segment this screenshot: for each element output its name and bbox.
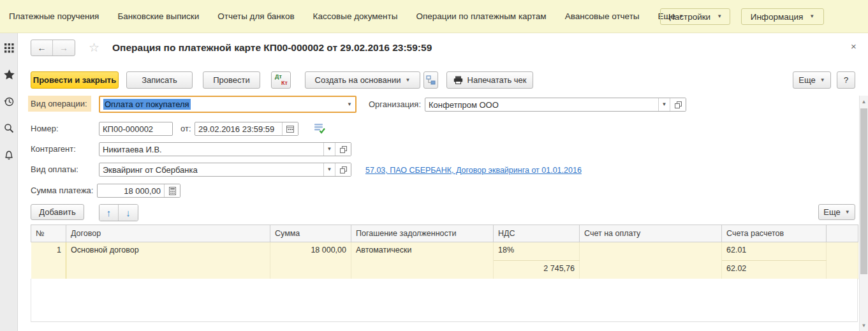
- menu-bank-reports[interactable]: Отчеты для банков: [217, 11, 294, 21]
- write-button[interactable]: Записать: [126, 71, 193, 89]
- cell-vat-amount[interactable]: 2 745,76: [494, 261, 580, 279]
- organization-label: Организация:: [369, 99, 421, 109]
- print-check-button[interactable]: Напечатать чек: [446, 71, 533, 89]
- open-form-icon: [340, 166, 347, 173]
- settings-button[interactable]: Настройки ▼: [660, 8, 730, 25]
- col-header-vat: НДС: [494, 225, 580, 242]
- post-button[interactable]: Провести: [203, 71, 260, 89]
- amount-value: 18 000,00: [98, 184, 164, 197]
- payment-kind-open-button[interactable]: [335, 163, 351, 176]
- history-icon[interactable]: [0, 94, 18, 108]
- counterparty-label: Контрагент:: [31, 144, 76, 154]
- payment-kind-field[interactable]: Эквайринг от Сбербанка ▼: [99, 163, 351, 177]
- menu-payment-orders[interactable]: Платежные поручения: [9, 11, 99, 21]
- favorites-icon[interactable]: [0, 68, 18, 82]
- posting-status-button[interactable]: [314, 123, 325, 136]
- forward-arrow-icon: →: [59, 43, 68, 53]
- vertical-scrollbar[interactable]: ▲ ▼: [859, 96, 868, 331]
- cell-repayment[interactable]: Автоматически: [351, 242, 494, 279]
- number-value: КП00-000002: [99, 122, 172, 135]
- organization-open-button[interactable]: [670, 98, 686, 111]
- payment-kind-dropdown-button[interactable]: ▼: [323, 163, 335, 176]
- table-empty-area[interactable]: [31, 279, 858, 322]
- cell-row-number[interactable]: 1: [31, 242, 66, 279]
- organization-value: Конфетпром ООО: [425, 98, 658, 111]
- cell-amount[interactable]: 18 000,00: [270, 242, 351, 279]
- cell-settlement-account-bottom[interactable]: 62.02: [722, 261, 827, 279]
- toolbar-more-label: Еще: [798, 75, 815, 85]
- counterparty-open-button[interactable]: [335, 143, 351, 156]
- star-icon: [4, 70, 15, 80]
- grid-icon: [4, 43, 14, 53]
- amount-field[interactable]: 18 000,00: [97, 184, 180, 198]
- menu-cash-documents[interactable]: Кассовые документы: [313, 11, 398, 21]
- number-field[interactable]: КП00-000002: [99, 122, 173, 136]
- post-and-close-button[interactable]: Провести и закрыть: [31, 71, 119, 89]
- operation-kind-field[interactable]: Оплата от покупателя ▼: [99, 96, 357, 113]
- scroll-down-icon[interactable]: ▼: [860, 321, 868, 330]
- calendar-icon: [286, 125, 294, 133]
- counterparty-dropdown-button[interactable]: ▼: [323, 143, 335, 156]
- counterparty-value: Никитаева И.В.: [99, 143, 323, 156]
- apps-menu-icon[interactable]: [0, 41, 18, 55]
- chevron-down-icon: ▼: [347, 102, 352, 107]
- grid-more-label: Еще: [823, 207, 840, 217]
- organization-dropdown-button[interactable]: ▼: [658, 98, 670, 111]
- move-row-down-button[interactable]: ↓: [119, 205, 138, 221]
- date-field[interactable]: 29.02.2016 23:59:59: [195, 122, 298, 136]
- search-icon[interactable]: [0, 121, 18, 135]
- menu-advance-reports[interactable]: Авансовые отчеты: [565, 11, 640, 21]
- add-row-button[interactable]: Добавить: [31, 204, 84, 220]
- information-label: Информация: [751, 12, 804, 22]
- move-row-up-button[interactable]: ↑: [99, 205, 119, 221]
- show-postings-button[interactable]: Дт Кт: [271, 71, 291, 89]
- menu-bank-statements[interactable]: Банковские выписки: [117, 11, 199, 21]
- menu-card-operations[interactable]: Операции по платежным картам: [416, 11, 546, 21]
- open-form-icon: [675, 101, 682, 108]
- related-documents-button[interactable]: [423, 71, 438, 89]
- payment-kind-value: Эквайринг от Сбербанка: [99, 163, 323, 176]
- col-header-num: №: [31, 225, 66, 242]
- amount-label: Сумма платежа:: [31, 186, 93, 195]
- scrollbar-thumb[interactable]: [860, 108, 867, 274]
- row-move-group: ↑ ↓: [99, 204, 138, 221]
- close-icon[interactable]: ×: [851, 41, 857, 52]
- date-value: 29.02.2016 23:59:59: [195, 122, 282, 135]
- chevron-down-icon: ▼: [717, 14, 722, 19]
- arrow-down-icon: ↓: [126, 207, 131, 218]
- counterparty-field[interactable]: Никитаева И.В. ▼: [99, 142, 351, 156]
- chevron-down-icon: ▼: [820, 78, 825, 83]
- chevron-down-icon: ▼: [845, 210, 850, 215]
- help-button[interactable]: ?: [837, 71, 855, 89]
- cell-contract[interactable]: Основной договор: [66, 242, 270, 279]
- organization-field[interactable]: Конфетпром ООО ▼: [425, 98, 686, 112]
- information-button[interactable]: Информация ▼: [741, 8, 824, 25]
- number-label: Номер:: [31, 124, 59, 133]
- toolbar-more-button[interactable]: Еще ▼: [793, 71, 831, 89]
- back-button[interactable]: ←: [31, 40, 53, 55]
- col-header-contract: Договор: [66, 225, 270, 242]
- notifications-icon[interactable]: [0, 148, 18, 162]
- cell-vat-rate[interactable]: 18%: [494, 242, 580, 261]
- chevron-down-icon: ▼: [662, 102, 667, 107]
- cell-invoice-account[interactable]: [580, 242, 722, 279]
- operation-kind-dropdown-button[interactable]: ▼: [344, 97, 355, 112]
- acquiring-agreement-link[interactable]: 57.03, ПАО СБЕРБАНК, Договор эквайринга …: [365, 166, 582, 175]
- grid-more-button[interactable]: Еще ▼: [818, 204, 855, 220]
- add-to-favorites-star-icon[interactable]: ☆: [89, 40, 99, 55]
- history-nav: ← →: [31, 40, 75, 56]
- print-check-label: Напечатать чек: [467, 75, 527, 85]
- cell-settlement-account-top[interactable]: 62.01: [722, 242, 827, 261]
- calculator-button[interactable]: [164, 184, 180, 197]
- post-label: Провести: [213, 75, 250, 85]
- col-header-settlement-accounts: Счета расчетов: [722, 225, 827, 242]
- scroll-up-icon[interactable]: ▲: [860, 97, 868, 106]
- calendar-button[interactable]: [282, 122, 298, 135]
- table-header-row: № Договор Сумма Погашение задолженности …: [31, 225, 858, 242]
- forward-button[interactable]: →: [53, 40, 75, 55]
- create-based-on-button[interactable]: Создать на основании ▼: [305, 71, 420, 89]
- credit-label: Кт: [281, 80, 288, 86]
- table-row: 1 Основной договор 18 000,00 Автоматичес…: [31, 242, 858, 261]
- cell-filler: [827, 242, 858, 279]
- col-header-filler: [827, 225, 858, 242]
